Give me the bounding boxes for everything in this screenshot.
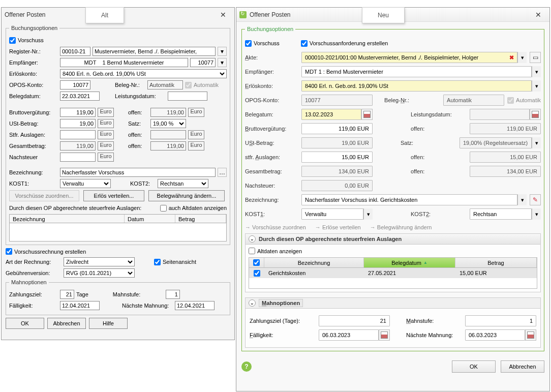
satz-select[interactable]: 19,00% (Regelsteuersatz) ▾: [460, 137, 541, 148]
faelligkeit-input[interactable]: [60, 301, 100, 310]
art-select[interactable]: Zivilrecht: [64, 257, 135, 266]
kost2-label: KOST2:: [411, 211, 467, 217]
chevron-down-icon[interactable]: ▾: [517, 194, 527, 205]
altdaten-checkbox[interactable]: auch Altdaten anzeigen: [160, 205, 227, 212]
bezeichnung-input[interactable]: [60, 168, 216, 177]
mahnstufe-input[interactable]: [166, 290, 180, 299]
belegatum-input[interactable]: 13.02.2023: [301, 109, 373, 120]
select-all-checkbox[interactable]: [253, 259, 260, 266]
offen-label: offen:: [128, 109, 148, 115]
gesamt-offen-value: 134,00 EUR: [470, 166, 541, 177]
akte-clear-icon[interactable]: ✖: [509, 54, 514, 61]
close-icon[interactable]: ✕: [530, 10, 546, 20]
vorschussanforderung-checkbox[interactable]: Vorschussanforderung erstellen: [301, 40, 388, 47]
cancel-button[interactable]: Abbrechen: [47, 318, 86, 329]
stfr-label: stfr. Auslagen:: [245, 154, 298, 160]
ok-button[interactable]: OK: [6, 318, 44, 329]
register-akte-input[interactable]: [93, 47, 216, 56]
chevron-down-icon[interactable]: ▾: [532, 66, 541, 77]
link-erloese[interactable]: → Erlöse verteilen: [315, 224, 361, 230]
ok-button[interactable]: OK: [452, 360, 496, 373]
stfr-input[interactable]: [60, 130, 96, 139]
cancel-button[interactable]: Abbrechen: [501, 360, 544, 373]
belegwaehrung-button[interactable]: Belegwährung ändern...: [148, 190, 225, 201]
opos-konto-input[interactable]: [60, 80, 90, 89]
erloes-verteilen-button[interactable]: Erlös verteilen...: [83, 190, 144, 201]
satz-select[interactable]: 19,00 %: [150, 119, 186, 128]
leistungsdatum-input[interactable]: [168, 92, 207, 101]
akte-open-icon[interactable]: ▭: [530, 52, 541, 63]
help-button[interactable]: Hilfe: [89, 318, 128, 329]
leistungsdatum-input[interactable]: [470, 109, 541, 120]
link-waehrung[interactable]: → Belegwährung ändern: [370, 224, 432, 230]
naechste-mahnung-input[interactable]: 06.03.2023: [465, 329, 536, 341]
kost2-select[interactable]: Rechtsan: [158, 179, 208, 188]
akte-dropdown-icon[interactable]: ▾: [218, 47, 227, 56]
brutto-input[interactable]: [60, 108, 96, 117]
calendar-icon[interactable]: [530, 109, 541, 120]
chevron-down-icon[interactable]: ▾: [532, 208, 541, 220]
link-vorschuesse[interactable]: → Vorschüsse zuordnen: [245, 224, 306, 230]
naechste-mahnung-input[interactable]: [175, 301, 215, 310]
gebuehr-select[interactable]: RVG (01.01.2021): [64, 268, 135, 278]
seitenansicht-checkbox[interactable]: Seitenansicht: [154, 259, 196, 265]
mahnstufe-input[interactable]: [465, 315, 536, 326]
close-icon[interactable]: ✕: [215, 10, 231, 20]
akte-field[interactable]: 000010-2021/001:00 Mustervermieter, Bern…: [301, 52, 527, 63]
chevron-down-icon[interactable]: ▾: [532, 137, 541, 148]
kost1-select[interactable]: Verwaltu: [60, 179, 111, 188]
calendar-icon[interactable]: [361, 109, 373, 120]
empfaenger-input[interactable]: [60, 58, 188, 67]
faelligkeit-label: Fälligkeit:: [250, 332, 316, 338]
stfr-input[interactable]: 15,00 EUR: [301, 152, 373, 163]
akte-dropdown-icon[interactable]: ▾: [517, 52, 527, 63]
bezeichnung-select[interactable]: Nacherfasster Vorschuss inkl. Gerichtsko…: [301, 194, 527, 205]
ust-input[interactable]: [60, 119, 96, 128]
erloeskonto-select[interactable]: 8400 Erl. n. Geb.ord. 19,00% USt ▾: [301, 80, 541, 92]
brutto-input[interactable]: 119,00 EUR: [301, 123, 373, 134]
brutto-offen-value: 119,00 EUR: [470, 123, 541, 134]
table-row[interactable]: Gerichtskosten 27.05.2021 15,00 EUR: [249, 268, 537, 278]
gesamt-label: Gesamtbetrag:: [245, 168, 298, 174]
collapse-icon[interactable]: ⌄: [249, 235, 256, 243]
bezeichnung-browse-icon[interactable]: …: [218, 168, 227, 177]
altdaten-checkbox[interactable]: Altdaten anzeigen: [249, 248, 537, 254]
erloeskonto-select[interactable]: 8400 Erl. n. Geb.ord. 19,00% USt: [60, 69, 227, 78]
zahlungsziel-input[interactable]: [319, 315, 390, 326]
kost1-label: KOST1:: [245, 211, 298, 217]
collapse-icon[interactable]: ⌄: [249, 299, 256, 307]
empfaenger-label: Empfänger:: [245, 69, 298, 75]
kost1-select[interactable]: Verwaltu ▾: [301, 208, 373, 220]
belegdatum-label: Belegdatum:: [9, 93, 58, 99]
faelligkeit-input[interactable]: 06.03.2023: [319, 329, 390, 341]
mahn-section-header: ⌄ Mahnoptionen: [245, 297, 541, 309]
belegdatum-input[interactable]: [60, 92, 100, 101]
vorschuss-checkbox[interactable]: Vorschuss: [9, 37, 44, 44]
calendar-icon[interactable]: [379, 329, 390, 341]
vorschuesse-zuordnen-button[interactable]: Vorschüsse zuordnen...: [9, 190, 79, 201]
empfaenger-select[interactable]: MDT 1 : Bernd Mustervermieter ▾: [301, 66, 541, 77]
old-buchungsoptionen-fieldset: Buchungsoptionen Vorschuss Register-Nr.:…: [6, 25, 230, 245]
edit-icon[interactable]: ✎: [530, 194, 541, 205]
sort-column-belegdatum[interactable]: Belegdatum▲: [364, 258, 455, 267]
calendar-icon[interactable]: [525, 329, 536, 341]
vorschuss-checkbox[interactable]: Vorschuss: [245, 40, 280, 47]
gesamt-value: 134,00 EUR: [301, 166, 373, 177]
gesamt-offen-input: [150, 141, 186, 150]
zahlungsziel-input[interactable]: [60, 290, 74, 299]
help-icon[interactable]: ?: [241, 361, 252, 372]
alt-badge: Alt: [85, 7, 124, 23]
chevron-down-icon[interactable]: ▾: [532, 80, 541, 92]
register-nr-input[interactable]: [60, 47, 90, 56]
opos-konto-value: 10077: [301, 95, 373, 106]
chevron-down-icon[interactable]: ▾: [363, 208, 373, 220]
kost1-label: KOST1:: [9, 180, 58, 187]
empfaenger-id-input[interactable]: [190, 58, 216, 67]
empfaenger-dropdown-icon[interactable]: ▾: [218, 58, 227, 67]
auslagen-table: Bezeichnung Belegdatum▲ Betrag Gerichtsk…: [249, 257, 537, 289]
vorschussrechnung-checkbox[interactable]: Vorschussrechnung erstellen: [6, 248, 230, 255]
row-checkbox[interactable]: [254, 270, 260, 277]
nachsteuer-input[interactable]: [60, 153, 96, 162]
kost2-select[interactable]: Rechtsan ▾: [470, 208, 541, 220]
beleg-nr-label: Beleg-Nr.:: [384, 97, 440, 103]
